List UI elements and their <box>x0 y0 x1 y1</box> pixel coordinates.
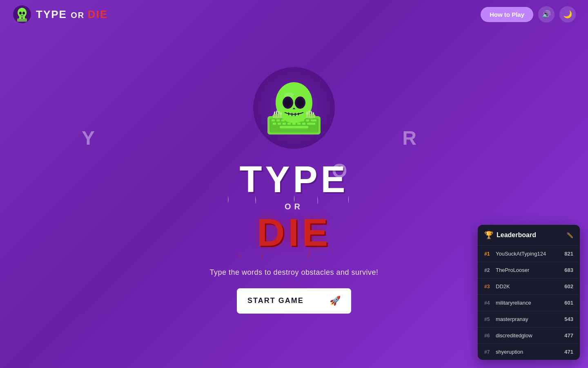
die-drip-svg <box>220 249 368 260</box>
how-to-play-button[interactable]: How to Play <box>481 7 533 22</box>
leaderboard-title: Leaderboard <box>497 231 536 239</box>
rocket-icon: 🚀 <box>330 296 341 306</box>
leaderboard-row: #5masterpranay543 <box>478 311 580 327</box>
player-name: TheProLooser <box>496 267 564 273</box>
player-name: YouSuckAtTyping124 <box>496 251 564 257</box>
player-score: 683 <box>564 267 573 273</box>
trophy-icon: 🏆 <box>484 231 493 240</box>
svg-point-31 <box>284 98 292 107</box>
skull-background <box>253 67 335 149</box>
logo-or: OR <box>71 11 88 20</box>
logo-type: TYPE <box>36 8 67 20</box>
logo-icon <box>12 4 32 24</box>
svg-rect-26 <box>280 126 308 128</box>
player-score: 601 <box>564 300 573 306</box>
leaderboard-panel: 🏆 Leaderboard ✏️ #1YouSuckAtTyping124821… <box>478 225 580 360</box>
leaderboard-row: #6discreditedglow477 <box>478 327 580 343</box>
title-die-container: DIE <box>257 213 331 252</box>
svg-point-4 <box>19 12 22 15</box>
svg-point-38 <box>306 114 316 119</box>
player-rank: #1 <box>484 251 496 257</box>
player-score: 477 <box>564 332 573 339</box>
svg-rect-20 <box>283 123 286 125</box>
start-game-label: START GAME <box>247 296 304 305</box>
header: TYPE OR DIE How to Play 🔊 🌙 <box>0 0 588 29</box>
logo-text-group: TYPE OR DIE <box>36 8 108 21</box>
player-score: 602 <box>564 283 573 289</box>
title-die-text: DIE <box>257 211 331 254</box>
player-name: militaryreliance <box>496 300 564 306</box>
svg-rect-23 <box>297 123 301 125</box>
title-type-text: TYPE <box>239 161 348 198</box>
player-rank: #7 <box>484 349 496 355</box>
svg-rect-25 <box>307 123 315 125</box>
leaderboard-row: #1YouSuckAtTyping124821 <box>478 245 580 262</box>
logo-die: DIE <box>88 8 108 20</box>
sound-icon: 🔊 <box>542 10 551 19</box>
player-name: DD2K <box>496 283 564 289</box>
start-game-button[interactable]: START GAME 🚀 <box>237 288 351 314</box>
player-name: discreditedglow <box>496 332 564 339</box>
type-drip-svg <box>216 195 372 205</box>
sound-toggle-button[interactable]: 🔊 <box>538 6 555 22</box>
header-right: How to Play 🔊 🌙 <box>481 6 576 22</box>
svg-rect-6 <box>17 18 27 22</box>
edit-icon[interactable]: ✏️ <box>566 232 573 238</box>
leaderboard-header: 🏆 Leaderboard ✏️ <box>478 225 580 245</box>
leaderboard-row: #2TheProLooser683 <box>478 262 580 278</box>
svg-point-37 <box>272 114 282 119</box>
svg-rect-17 <box>311 119 316 121</box>
player-score: 543 <box>564 316 573 322</box>
theme-toggle-button[interactable]: 🌙 <box>559 6 576 22</box>
leaderboard-title-area: 🏆 Leaderboard <box>484 231 536 240</box>
skull-container <box>249 63 339 153</box>
leaderboard-row: #4militaryreliance601 <box>478 294 580 311</box>
player-name: masterpranay <box>496 316 564 322</box>
player-rank: #2 <box>484 267 496 273</box>
player-rank: #6 <box>484 333 496 339</box>
svg-rect-19 <box>278 123 281 125</box>
player-score: 471 <box>564 349 573 355</box>
theme-icon: 🌙 <box>563 10 572 19</box>
logo-area: TYPE OR DIE <box>12 4 108 24</box>
svg-rect-9 <box>272 119 275 121</box>
title-type-container: TYPE <box>239 161 348 198</box>
svg-rect-21 <box>287 123 291 125</box>
player-rank: #3 <box>484 284 496 289</box>
svg-point-32 <box>296 98 304 107</box>
svg-rect-10 <box>276 119 280 121</box>
svg-point-5 <box>22 12 25 15</box>
player-name: shyeruption <box>496 349 564 355</box>
player-rank: #4 <box>484 300 496 306</box>
leaderboard-body: #1YouSuckAtTyping124821#2TheProLooser683… <box>478 245 580 360</box>
leaderboard-row: #7shyeruption471 <box>478 343 580 360</box>
svg-rect-18 <box>273 123 276 125</box>
player-score: 821 <box>564 251 573 257</box>
svg-rect-24 <box>302 123 305 125</box>
leaderboard-row: #3DD2K602 <box>478 278 580 294</box>
svg-rect-16 <box>306 119 309 121</box>
subtitle-text: Type the words to destroy obstacles and … <box>209 268 378 277</box>
skull-illustration <box>259 73 329 143</box>
player-rank: #5 <box>484 316 496 322</box>
